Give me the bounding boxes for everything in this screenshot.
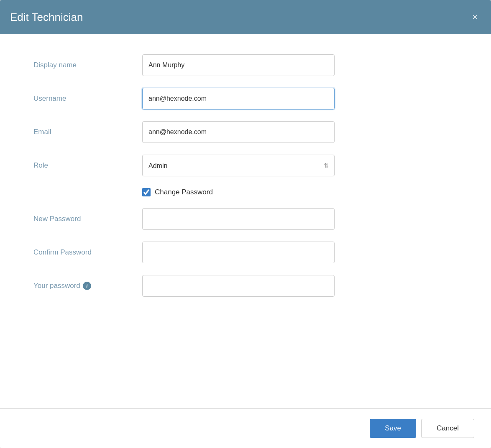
close-button[interactable]: × [469,11,481,23]
info-icon: i [83,282,91,290]
email-label: Email [33,128,142,136]
change-password-row: Change Password [33,188,458,196]
change-password-checkbox[interactable] [142,188,151,196]
confirm-password-input[interactable] [142,242,335,263]
change-password-text: Change Password [155,188,213,196]
save-button[interactable]: Save [370,419,416,438]
username-row: Username [33,88,458,109]
modal-header: Edit Technician × [0,0,491,34]
modal-body: Display name Username Email Role Admin T… [0,34,491,408]
role-label: Role [33,161,142,170]
your-password-row: Your password i [33,275,458,297]
modal-title: Edit Technician [10,11,83,24]
new-password-input[interactable] [142,208,335,230]
email-input[interactable] [142,121,335,143]
role-select[interactable]: Admin Technician Viewer [142,155,335,176]
email-row: Email [33,121,458,143]
display-name-label: Display name [33,61,142,69]
username-label: Username [33,94,142,103]
display-name-input[interactable] [142,54,335,76]
confirm-password-row: Confirm Password [33,242,458,263]
new-password-label: New Password [33,215,142,223]
confirm-password-label: Confirm Password [33,248,142,257]
role-select-wrapper: Admin Technician Viewer ⇅ [142,155,335,176]
change-password-label[interactable]: Change Password [142,188,213,196]
modal-footer: Save Cancel [0,408,491,448]
your-password-input[interactable] [142,275,335,297]
new-password-row: New Password [33,208,458,230]
edit-technician-modal: Edit Technician × Display name Username … [0,0,491,448]
your-password-label: Your password i [33,282,142,290]
cancel-button[interactable]: Cancel [421,419,474,438]
role-row: Role Admin Technician Viewer ⇅ [33,155,458,176]
your-password-label-text: Your password [33,282,80,290]
username-input[interactable] [142,88,335,109]
display-name-row: Display name [33,54,458,76]
